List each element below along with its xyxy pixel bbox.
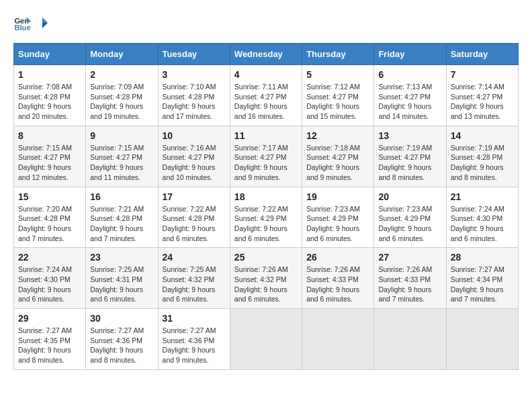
day-number: 4 (234, 69, 298, 80)
calendar-cell (230, 309, 302, 370)
day-info: Sunrise: 7:26 AM Sunset: 4:32 PM Dayligh… (234, 265, 298, 304)
day-number: 28 (451, 252, 514, 263)
calendar-cell: 13 Sunrise: 7:19 AM Sunset: 4:27 PM Dayl… (374, 126, 446, 187)
day-info: Sunrise: 7:11 AM Sunset: 4:27 PM Dayligh… (234, 82, 298, 122)
day-number: 30 (90, 313, 153, 324)
day-number: 24 (163, 252, 226, 263)
day-info: Sunrise: 7:17 AM Sunset: 4:27 PM Dayligh… (234, 143, 298, 183)
weekday-header-sunday: Sunday (14, 44, 86, 65)
weekday-header-thursday: Thursday (302, 44, 374, 65)
calendar-cell: 28 Sunrise: 7:27 AM Sunset: 4:34 PM Dayl… (446, 248, 518, 309)
day-info: Sunrise: 7:09 AM Sunset: 4:28 PM Dayligh… (90, 82, 153, 122)
day-info: Sunrise: 7:15 AM Sunset: 4:27 PM Dayligh… (90, 143, 153, 183)
calendar-cell: 8 Sunrise: 7:15 AM Sunset: 4:27 PM Dayli… (14, 126, 86, 187)
calendar-cell: 31 Sunrise: 7:27 AM Sunset: 4:36 PM Dayl… (158, 309, 230, 370)
calendar-cell: 30 Sunrise: 7:27 AM Sunset: 4:36 PM Dayl… (86, 309, 158, 370)
calendar-cell: 27 Sunrise: 7:26 AM Sunset: 4:33 PM Dayl… (374, 248, 446, 309)
day-info: Sunrise: 7:22 AM Sunset: 4:28 PM Dayligh… (163, 204, 226, 244)
day-number: 7 (451, 69, 514, 80)
calendar-cell: 4 Sunrise: 7:11 AM Sunset: 4:27 PM Dayli… (230, 65, 302, 126)
calendar-cell (302, 309, 374, 370)
day-info: Sunrise: 7:20 AM Sunset: 4:28 PM Dayligh… (18, 204, 81, 244)
day-info: Sunrise: 7:18 AM Sunset: 4:27 PM Dayligh… (306, 143, 369, 183)
day-number: 31 (163, 313, 226, 324)
day-info: Sunrise: 7:26 AM Sunset: 4:33 PM Dayligh… (306, 265, 369, 304)
calendar-cell (374, 309, 446, 370)
calendar-cell: 22 Sunrise: 7:24 AM Sunset: 4:30 PM Dayl… (14, 248, 86, 309)
day-info: Sunrise: 7:26 AM Sunset: 4:33 PM Dayligh… (378, 265, 441, 304)
day-info: Sunrise: 7:27 AM Sunset: 4:36 PM Dayligh… (163, 326, 226, 365)
day-number: 15 (18, 191, 81, 202)
day-info: Sunrise: 7:23 AM Sunset: 4:29 PM Dayligh… (378, 204, 441, 244)
calendar-cell: 3 Sunrise: 7:10 AM Sunset: 4:28 PM Dayli… (158, 65, 230, 126)
day-info: Sunrise: 7:21 AM Sunset: 4:28 PM Dayligh… (90, 204, 153, 244)
calendar-cell: 5 Sunrise: 7:12 AM Sunset: 4:27 PM Dayli… (302, 65, 374, 126)
day-info: Sunrise: 7:27 AM Sunset: 4:35 PM Dayligh… (18, 326, 81, 365)
day-number: 13 (378, 130, 441, 141)
calendar-cell: 2 Sunrise: 7:09 AM Sunset: 4:28 PM Dayli… (86, 65, 158, 126)
day-info: Sunrise: 7:25 AM Sunset: 4:31 PM Dayligh… (90, 265, 153, 304)
day-info: Sunrise: 7:22 AM Sunset: 4:29 PM Dayligh… (234, 204, 298, 244)
calendar-cell: 12 Sunrise: 7:18 AM Sunset: 4:27 PM Dayl… (302, 126, 374, 187)
day-number: 17 (163, 191, 226, 202)
calendar: SundayMondayTuesdayWednesdayThursdayFrid… (13, 43, 519, 370)
calendar-cell: 23 Sunrise: 7:25 AM Sunset: 4:31 PM Dayl… (86, 248, 158, 309)
day-number: 12 (306, 130, 369, 141)
calendar-cell: 17 Sunrise: 7:22 AM Sunset: 4:28 PM Dayl… (158, 187, 230, 248)
logo: Gen Blue (13, 13, 50, 32)
calendar-cell: 26 Sunrise: 7:26 AM Sunset: 4:33 PM Dayl… (302, 248, 374, 309)
weekday-header-tuesday: Tuesday (158, 44, 230, 65)
svg-marker-4 (42, 23, 48, 28)
day-number: 1 (18, 69, 81, 80)
day-info: Sunrise: 7:12 AM Sunset: 4:27 PM Dayligh… (306, 82, 369, 122)
day-info: Sunrise: 7:24 AM Sunset: 4:30 PM Dayligh… (451, 204, 514, 244)
day-number: 5 (306, 69, 369, 80)
svg-marker-3 (42, 17, 48, 23)
day-info: Sunrise: 7:19 AM Sunset: 4:28 PM Dayligh… (451, 143, 514, 183)
day-number: 25 (234, 252, 298, 263)
day-number: 3 (163, 69, 226, 80)
day-number: 26 (306, 252, 369, 263)
day-info: Sunrise: 7:27 AM Sunset: 4:36 PM Dayligh… (90, 326, 153, 365)
day-info: Sunrise: 7:14 AM Sunset: 4:27 PM Dayligh… (451, 82, 514, 122)
calendar-cell: 19 Sunrise: 7:23 AM Sunset: 4:29 PM Dayl… (302, 187, 374, 248)
svg-text:Blue: Blue (14, 24, 30, 32)
day-number: 10 (163, 130, 226, 141)
calendar-cell: 10 Sunrise: 7:16 AM Sunset: 4:27 PM Dayl… (158, 126, 230, 187)
calendar-cell: 1 Sunrise: 7:08 AM Sunset: 4:28 PM Dayli… (14, 65, 86, 126)
day-info: Sunrise: 7:10 AM Sunset: 4:28 PM Dayligh… (163, 82, 226, 122)
calendar-cell: 29 Sunrise: 7:27 AM Sunset: 4:35 PM Dayl… (14, 309, 86, 370)
weekday-header-monday: Monday (86, 44, 158, 65)
day-info: Sunrise: 7:13 AM Sunset: 4:27 PM Dayligh… (378, 82, 441, 122)
day-info: Sunrise: 7:19 AM Sunset: 4:27 PM Dayligh… (378, 143, 441, 183)
calendar-cell: 24 Sunrise: 7:25 AM Sunset: 4:32 PM Dayl… (158, 248, 230, 309)
day-number: 18 (234, 191, 298, 202)
day-number: 2 (90, 69, 153, 80)
calendar-cell: 7 Sunrise: 7:14 AM Sunset: 4:27 PM Dayli… (446, 65, 518, 126)
logo-icon: Gen Blue (13, 13, 32, 32)
calendar-cell: 15 Sunrise: 7:20 AM Sunset: 4:28 PM Dayl… (14, 187, 86, 248)
calendar-cell: 6 Sunrise: 7:13 AM Sunset: 4:27 PM Dayli… (374, 65, 446, 126)
weekday-header-friday: Friday (374, 44, 446, 65)
day-info: Sunrise: 7:27 AM Sunset: 4:34 PM Dayligh… (451, 265, 514, 304)
day-info: Sunrise: 7:15 AM Sunset: 4:27 PM Dayligh… (18, 143, 81, 183)
day-number: 16 (90, 191, 153, 202)
calendar-cell: 14 Sunrise: 7:19 AM Sunset: 4:28 PM Dayl… (446, 126, 518, 187)
day-number: 8 (18, 130, 81, 141)
day-info: Sunrise: 7:25 AM Sunset: 4:32 PM Dayligh… (163, 265, 226, 304)
day-number: 14 (451, 130, 514, 141)
day-info: Sunrise: 7:23 AM Sunset: 4:29 PM Dayligh… (306, 204, 369, 244)
day-number: 19 (306, 191, 369, 202)
header: Gen Blue (13, 13, 519, 32)
day-number: 21 (451, 191, 514, 202)
calendar-cell: 18 Sunrise: 7:22 AM Sunset: 4:29 PM Dayl… (230, 187, 302, 248)
day-number: 20 (378, 191, 441, 202)
calendar-cell: 25 Sunrise: 7:26 AM Sunset: 4:32 PM Dayl… (230, 248, 302, 309)
logo-flag-icon (36, 16, 49, 30)
calendar-cell: 11 Sunrise: 7:17 AM Sunset: 4:27 PM Dayl… (230, 126, 302, 187)
day-number: 11 (234, 130, 298, 141)
calendar-cell: 16 Sunrise: 7:21 AM Sunset: 4:28 PM Dayl… (86, 187, 158, 248)
calendar-cell: 20 Sunrise: 7:23 AM Sunset: 4:29 PM Dayl… (374, 187, 446, 248)
day-info: Sunrise: 7:16 AM Sunset: 4:27 PM Dayligh… (163, 143, 226, 183)
day-info: Sunrise: 7:08 AM Sunset: 4:28 PM Dayligh… (18, 82, 81, 122)
